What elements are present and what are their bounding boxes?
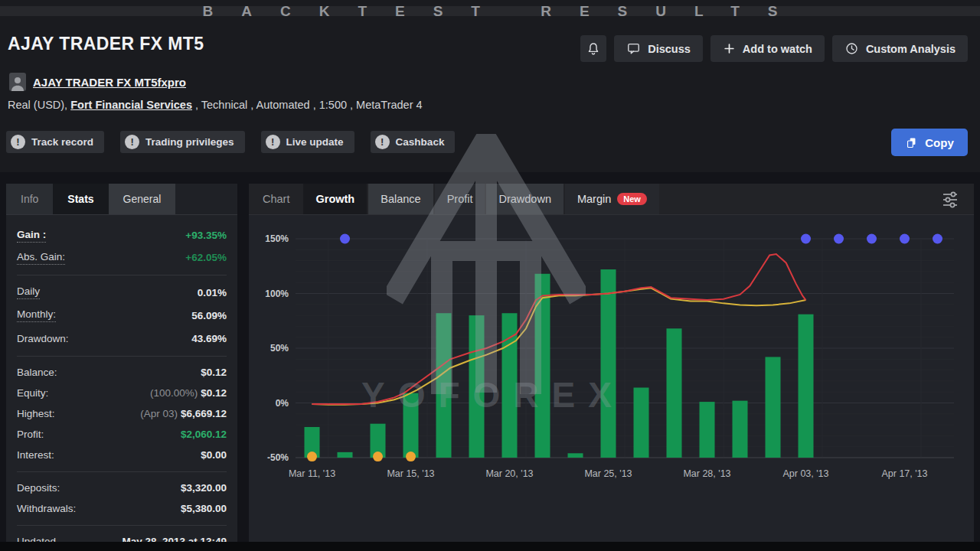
speech-bubble-icon	[626, 41, 641, 56]
custom-analysis-label: Custom Analysis	[866, 43, 956, 55]
page-header: BACKTEST RESULTS AJAY TRADER FX MT5 Disc…	[0, 0, 980, 172]
chart-tabs: Chart Growth Balance Profit Drawdown Mar…	[249, 184, 974, 215]
stat-row: Abs. Gain:+62.05%	[17, 246, 227, 269]
stat-label[interactable]: Abs. Gain:	[17, 251, 65, 265]
tab-label: Chart	[263, 193, 289, 205]
stat-label[interactable]: Gain :	[17, 229, 46, 243]
stat-value: 0.01%	[198, 287, 227, 298]
badge-label: Trading privileges	[145, 136, 234, 148]
stat-value: $0.00	[201, 449, 227, 461]
stat-value: (100.00%)$0.12	[150, 387, 227, 399]
chart-settings-icon[interactable]	[940, 190, 960, 210]
stat-label: Equity:	[17, 387, 48, 399]
tab-balance[interactable]: Balance	[368, 184, 433, 214]
tab-profit[interactable]: Profit	[435, 184, 485, 214]
stat-row: Deposits:$3,320.00	[17, 478, 227, 498]
exclamation-icon	[11, 135, 25, 149]
stat-row: Balance:$0.12	[17, 362, 227, 383]
add-to-watch-label: Add to watch	[743, 43, 812, 55]
footer-strip	[0, 542, 980, 551]
stat-value: 56.09%	[191, 310, 227, 321]
clock-icon	[844, 41, 859, 56]
svg-text:150%: 150%	[265, 233, 289, 244]
svg-text:Mar 25, '13: Mar 25, '13	[584, 468, 632, 479]
bell-icon	[586, 41, 601, 57]
notifications-button[interactable]	[580, 35, 606, 62]
svg-text:100%: 100%	[265, 289, 289, 299]
stats-body: Gain :+93.35%Abs. Gain:+62.05% Daily0.01…	[6, 215, 237, 551]
stat-value: +62.05%	[185, 252, 227, 263]
stat-group-rates: Daily0.01%Monthly:56.09%Drawdown:43.69%	[17, 275, 227, 354]
account-attributes: , Technical , Automated , 1:500 , MetaTr…	[192, 99, 423, 111]
badge-track-record[interactable]: Track record	[6, 131, 104, 153]
discuss-button[interactable]: Discuss	[614, 35, 703, 62]
sidebar-tabs: Info Stats General	[6, 184, 237, 215]
svg-text:Apr 17, '13: Apr 17, '13	[881, 468, 927, 479]
stat-row: Gain :+93.35%	[17, 224, 227, 246]
tab-label: Drawdown	[498, 193, 551, 205]
copy-icon	[905, 136, 918, 149]
tab-growth[interactable]: Growth	[303, 184, 367, 214]
stat-group-gain: Gain :+93.35%Abs. Gain:+62.05%	[17, 223, 227, 273]
tab-info[interactable]: Info	[6, 184, 53, 214]
stat-label[interactable]: Daily	[17, 285, 40, 299]
tab-label: Growth	[315, 193, 354, 205]
stat-label: Balance:	[17, 367, 57, 378]
stat-value: 43.69%	[191, 333, 227, 344]
add-to-watch-button[interactable]: Add to watch	[710, 35, 825, 62]
stat-row: Monthly:56.09%	[17, 304, 227, 327]
verification-badges: Track record Trading privileges Live upd…	[6, 131, 455, 153]
stat-value: +93.35%	[185, 230, 227, 241]
badge-label: Track record	[31, 136, 93, 148]
svg-text:-50%: -50%	[267, 452, 289, 463]
stat-row: Daily0.01%	[17, 281, 227, 304]
svg-text:Mar 28, '13: Mar 28, '13	[683, 468, 730, 479]
stat-row: Interest:$0.00	[17, 445, 227, 465]
stats-sidebar: Info Stats General Gain :+93.35%Abs. Gai…	[6, 184, 237, 542]
stat-row: Equity:(100.00%)$0.12	[17, 383, 227, 403]
tab-label: Margin	[577, 193, 611, 205]
svg-text:0%: 0%	[276, 398, 289, 409]
svg-text:Mar 20, '13: Mar 20, '13	[485, 468, 533, 479]
tab-chart[interactable]: Chart	[250, 184, 302, 214]
badge-live-update[interactable]: Live update	[261, 131, 354, 153]
stat-row: Drawdown:43.69%	[17, 327, 227, 350]
plus-icon	[723, 42, 736, 55]
tab-margin[interactable]: Margin New	[565, 184, 659, 214]
stat-label: Interest:	[17, 449, 54, 461]
stat-group-balances: Balance:$0.12Equity:(100.00%)$0.12Highes…	[17, 356, 227, 470]
account-info-line: Real (USD), Fort Financial Services , Te…	[8, 99, 423, 111]
tab-general[interactable]: General	[109, 184, 176, 214]
badge-label: Cashback	[396, 136, 445, 148]
tab-label: Balance	[381, 193, 420, 205]
svg-text:Apr 03, '13: Apr 03, '13	[782, 468, 828, 479]
stat-value: $0.12	[201, 367, 227, 378]
tab-drawdown[interactable]: Drawdown	[486, 184, 564, 214]
copy-button[interactable]: Copy	[891, 129, 968, 156]
user-row: AJAY TRADER FX MT5fxpro	[9, 73, 186, 91]
discuss-label: Discuss	[648, 43, 691, 55]
stat-row: Highest:(Apr 03)$6,669.12	[17, 403, 227, 424]
custom-analysis-button[interactable]: Custom Analysis	[832, 35, 968, 62]
tab-label: Profit	[447, 193, 473, 205]
avatar	[9, 73, 26, 91]
svg-text:50%: 50%	[270, 343, 289, 354]
person-icon	[9, 74, 26, 91]
stat-label: Highest:	[17, 408, 55, 419]
svg-text:Mar 11, '13: Mar 11, '13	[289, 468, 335, 479]
copy-label: Copy	[925, 136, 954, 149]
user-profile-link[interactable]: AJAY TRADER FX MT5fxpro	[33, 76, 186, 89]
tab-stats[interactable]: Stats	[53, 184, 108, 214]
stat-label: Withdrawals:	[17, 503, 76, 514]
badge-trading-privileges[interactable]: Trading privileges	[120, 131, 245, 153]
chart-panel: Chart Growth Balance Profit Drawdown Mar…	[249, 184, 974, 542]
account-type: Real (USD),	[8, 99, 70, 111]
broker-link[interactable]: Fort Financial Services	[70, 99, 192, 111]
growth-chart[interactable]: 150%100%50%0%-50%Mar 11, '13Mar 15, '13M…	[249, 215, 974, 484]
stat-label: Deposits:	[17, 482, 60, 494]
stat-value: $2,060.12	[181, 429, 227, 440]
stat-label[interactable]: Monthly:	[17, 308, 56, 322]
exclamation-icon	[375, 135, 390, 149]
badge-cashback[interactable]: Cashback	[371, 131, 456, 153]
header-actions: Discuss Add to watch Custom Analysis	[580, 35, 968, 62]
